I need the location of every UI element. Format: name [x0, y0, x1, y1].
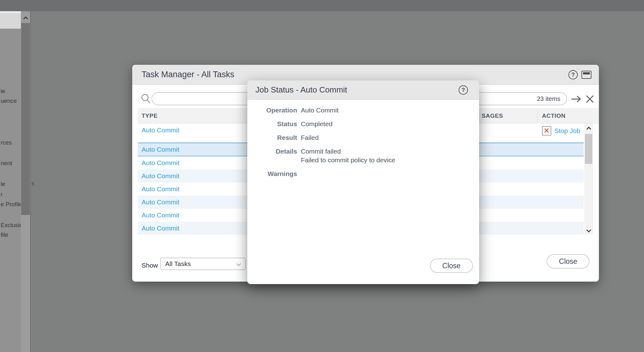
- dialog-title: Job Status - Auto Commit: [247, 85, 347, 95]
- field-operation: Operation Auto Commit: [247, 106, 479, 115]
- field-value: Commit failed Failed to commit policy to…: [301, 147, 395, 164]
- sidebar-item-fragment[interactable]: Exclusio: [1, 222, 21, 229]
- help-glyph: ?: [572, 72, 575, 78]
- field-details: Details Commit failed Failed to commit p…: [247, 147, 479, 164]
- job-status-fields: Operation Auto Commit Status Completed R…: [247, 106, 479, 183]
- task-type-link[interactable]: Auto Commit: [138, 225, 179, 232]
- table-scrollbar[interactable]: [584, 123, 593, 235]
- action-cell: ✕Stop Job: [542, 126, 580, 136]
- table-scroll-thumb[interactable]: [585, 134, 592, 164]
- chevron-up-icon: [586, 126, 591, 131]
- task-manager-close-button[interactable]: Close: [547, 254, 590, 269]
- top-bar: [0, 0, 644, 11]
- details-line2: Failed to commit policy to device: [301, 156, 395, 164]
- task-type-link[interactable]: Auto Commit: [138, 185, 179, 193]
- red-x-box-icon: ✕: [542, 126, 551, 136]
- field-label: Status: [247, 120, 297, 128]
- sidebar-item-fragment[interactable]: nent: [1, 160, 21, 167]
- show-label: Show: [142, 262, 158, 269]
- clear-filter-button[interactable]: [584, 93, 596, 105]
- sidebar-item-fragment[interactable]: le: [1, 88, 21, 95]
- details-line1: Commit failed: [301, 148, 341, 155]
- task-type-link[interactable]: Auto Commit: [138, 123, 179, 134]
- job-status-titlebar: Job Status - Auto Commit: [247, 80, 479, 100]
- nav-sidebar: leuencercesnentlere ProfileExclusiofile: [0, 11, 21, 352]
- field-warnings: Warnings: [247, 169, 479, 178]
- arrow-right-icon: [570, 95, 582, 103]
- field-status: Status Completed: [247, 120, 479, 128]
- sidebar-header: [0, 11, 21, 29]
- task-type-link[interactable]: Auto Commit: [138, 212, 179, 219]
- task-type-link[interactable]: Auto Commit: [138, 172, 179, 180]
- task-type-link[interactable]: Auto Commit: [138, 146, 179, 153]
- stop-job-link[interactable]: Stop Job: [554, 127, 580, 135]
- table-scroll-up-button[interactable]: [584, 124, 593, 132]
- field-value: Auto Commit: [301, 106, 338, 115]
- sidebar-collapse-handle[interactable]: [31, 180, 36, 188]
- sidebar-item-fragment[interactable]: e Profile: [1, 201, 21, 208]
- apply-filter-button[interactable]: [570, 93, 582, 105]
- field-label: Result: [247, 133, 297, 142]
- sidebar-item-fragment[interactable]: file: [1, 231, 21, 238]
- help-icon[interactable]: ?: [459, 85, 468, 95]
- field-label: Operation: [247, 106, 297, 115]
- chevron-down-icon: [236, 262, 241, 266]
- dropdown-selected-value: All Tasks: [161, 260, 191, 268]
- search-icon: [140, 92, 152, 105]
- chevron-up-icon: [23, 16, 28, 21]
- show-tasks-dropdown[interactable]: All Tasks: [160, 258, 246, 270]
- sidebar-scroll-thumb[interactable]: [21, 23, 30, 215]
- task-type-link[interactable]: Auto Commit: [138, 198, 179, 206]
- field-result: Result Failed: [247, 133, 479, 142]
- sidebar-item-fragment[interactable]: r: [1, 191, 21, 198]
- chevron-down-icon: [586, 227, 591, 232]
- field-value: Failed: [301, 133, 319, 142]
- triangle-left-icon: [31, 181, 34, 186]
- help-icon[interactable]: ?: [568, 70, 578, 79]
- sidebar-scrollbar[interactable]: [21, 11, 31, 352]
- column-header-type[interactable]: TYPE: [142, 109, 158, 124]
- window-restore-icon[interactable]: [581, 71, 591, 79]
- column-divider: [537, 110, 538, 122]
- help-glyph: ?: [462, 87, 465, 93]
- job-status-dialog: Job Status - Auto Commit ? Operation Aut…: [247, 80, 479, 284]
- field-label: Warnings: [247, 169, 297, 178]
- sidebar-item-fragment[interactable]: rces: [1, 139, 21, 146]
- task-type-link[interactable]: Auto Commit: [138, 159, 179, 167]
- sidebar-item-fragment[interactable]: le: [1, 181, 21, 188]
- column-header-action[interactable]: ACTION: [542, 109, 566, 124]
- table-scroll-down-button[interactable]: [584, 226, 593, 234]
- job-status-close-button[interactable]: Close: [430, 259, 473, 273]
- screen: leuencercesnentlere ProfileExclusiofile …: [0, 0, 644, 352]
- scroll-up-button[interactable]: [21, 14, 30, 22]
- field-value: Completed: [301, 120, 333, 128]
- sidebar-item-fragment[interactable]: uence: [1, 98, 21, 104]
- column-divider: [480, 110, 480, 122]
- items-count-badge: 23 items: [537, 95, 567, 102]
- close-x-icon: [585, 94, 595, 104]
- column-header-messages[interactable]: SAGES: [482, 109, 503, 124]
- dialog-title: Task Manager - All Tasks: [132, 70, 234, 79]
- field-label: Details: [247, 147, 297, 164]
